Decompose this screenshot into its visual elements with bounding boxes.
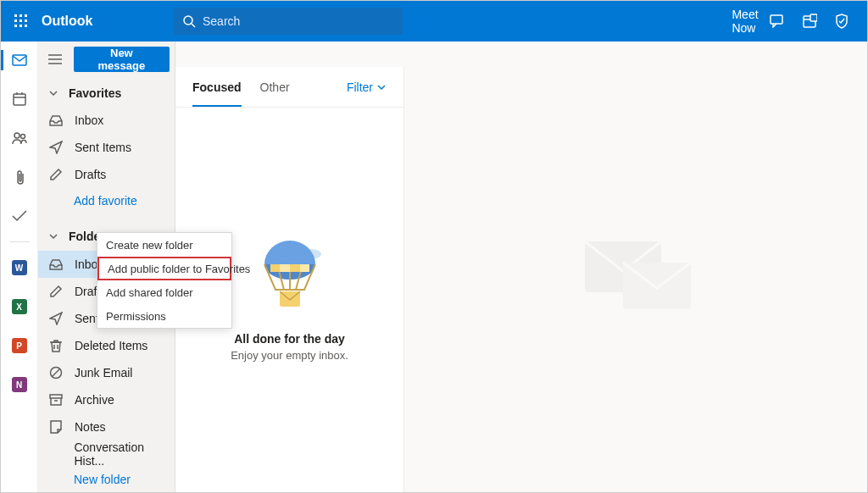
rail-word-icon[interactable]: W — [6, 254, 33, 281]
tab-other[interactable]: Other — [260, 67, 290, 107]
app-title: Outlook — [42, 14, 169, 29]
svg-rect-3 — [14, 19, 17, 22]
search-icon — [182, 14, 196, 28]
rail-calendar-icon[interactable] — [6, 86, 33, 113]
svg-rect-42 — [300, 264, 309, 272]
folder-item[interactable]: Junk Email — [38, 359, 175, 386]
rail-excel-icon[interactable]: X — [6, 293, 33, 320]
svg-point-9 — [184, 16, 192, 25]
envelope-icon — [576, 216, 695, 318]
context-menu-item[interactable]: Add shared folder — [97, 280, 231, 304]
svg-point-22 — [20, 135, 25, 139]
chevron-down-icon — [376, 82, 387, 92]
context-menu-item[interactable]: Add public folder to Favorites — [97, 257, 231, 280]
empty-title: All done for the day — [234, 332, 345, 346]
nav-item-label: Conversation Hist... — [74, 440, 175, 468]
draft-icon — [48, 285, 64, 298]
search-box[interactable] — [174, 8, 403, 35]
svg-rect-41 — [290, 264, 300, 272]
nav-item-label: Drafts — [75, 168, 106, 181]
favorite-item[interactable]: Sent Items — [38, 134, 175, 161]
archive-icon — [48, 394, 64, 406]
svg-rect-31 — [50, 395, 62, 398]
folder-item[interactable]: Archive — [38, 386, 175, 413]
svg-rect-12 — [771, 15, 782, 24]
tab-focused[interactable]: Focused — [192, 67, 242, 107]
folder-item[interactable]: Notes — [38, 413, 175, 440]
favorites-header[interactable]: Favorites — [38, 79, 175, 107]
svg-line-30 — [53, 368, 60, 376]
svg-point-21 — [14, 133, 19, 138]
chevron-down-icon — [48, 231, 58, 241]
rail-files-icon[interactable] — [6, 163, 33, 191]
inbox-icon — [48, 258, 64, 270]
app-header: Outlook Meet Now — [1, 1, 867, 42]
svg-rect-1 — [19, 14, 22, 17]
context-menu: Create new folderAdd public folder to Fa… — [97, 232, 232, 329]
nav-item-label: Notes — [75, 420, 106, 434]
rail-people-icon[interactable] — [6, 125, 33, 152]
svg-rect-39 — [270, 264, 280, 272]
reading-pane — [404, 42, 867, 492]
svg-rect-15 — [810, 14, 817, 21]
svg-rect-17 — [14, 94, 25, 105]
app-rail: W X P N — [1, 42, 38, 492]
svg-rect-6 — [14, 25, 17, 27]
chat-icon[interactable] — [769, 13, 786, 30]
day-icon[interactable] — [801, 13, 818, 30]
context-menu-item[interactable]: Permissions — [97, 304, 231, 328]
svg-rect-5 — [25, 19, 27, 22]
search-input[interactable] — [203, 14, 351, 28]
trash-icon — [48, 339, 64, 352]
favorite-item[interactable]: Inbox — [38, 107, 175, 134]
svg-rect-40 — [280, 264, 290, 272]
svg-rect-0 — [14, 14, 17, 17]
folder-item[interactable]: Deleted Items — [38, 332, 175, 359]
meet-now-button[interactable]: Meet Now — [737, 13, 754, 30]
favorite-item[interactable]: Drafts — [38, 161, 175, 188]
filter-button[interactable]: Filter — [347, 80, 387, 94]
svg-rect-8 — [25, 25, 27, 27]
send-icon — [48, 141, 64, 154]
block-icon — [48, 366, 64, 379]
new-message-button[interactable]: New message — [74, 47, 170, 72]
hamburger-icon[interactable] — [43, 47, 67, 71]
nav-item-label: Inbox — [75, 114, 103, 127]
svg-rect-2 — [25, 14, 27, 17]
nav-item-label: Archive — [75, 393, 114, 407]
rail-onenote-icon[interactable]: N — [6, 371, 33, 398]
svg-rect-7 — [19, 25, 22, 27]
nav-item-label: Deleted Items — [75, 339, 147, 352]
nav-item-label: Junk Email — [75, 366, 132, 379]
svg-line-10 — [192, 24, 195, 27]
rail-mail-icon[interactable] — [6, 47, 33, 74]
rail-powerpoint-icon[interactable]: P — [6, 332, 33, 359]
draft-icon — [48, 168, 64, 181]
add-favorite-link[interactable]: Add favorite — [38, 188, 175, 213]
inbox-icon — [48, 114, 64, 126]
app-launcher-icon[interactable] — [8, 8, 35, 35]
note-icon — [48, 420, 64, 434]
context-menu-item[interactable]: Create new folder — [97, 233, 231, 257]
svg-rect-16 — [13, 55, 26, 65]
chevron-down-icon — [48, 88, 58, 98]
svg-rect-4 — [19, 19, 22, 22]
new-folder-link[interactable]: New folder — [38, 468, 175, 492]
nav-item-label: Sent Items — [75, 141, 131, 154]
empty-subtitle: Enjoy your empty inbox. — [231, 349, 348, 362]
folder-item[interactable]: Conversation Hist... — [38, 440, 175, 468]
send-icon — [48, 312, 64, 325]
rail-todo-icon[interactable] — [6, 202, 33, 230]
empty-illustration — [256, 239, 324, 324]
tips-icon[interactable] — [833, 13, 850, 30]
